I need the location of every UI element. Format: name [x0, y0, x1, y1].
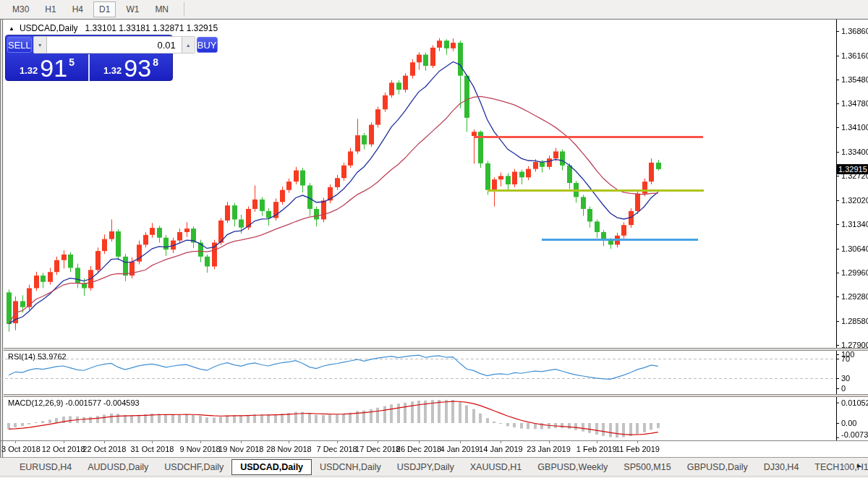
symbol-tab-bar: EURUSD,H4AUDUSD,DailyUSDCHF,DailyUSDCAD,…: [0, 457, 868, 476]
timeframe-h4[interactable]: H4: [67, 1, 89, 17]
toolbar-separator: [184, 2, 184, 17]
current-price-tag: 1.32915: [837, 164, 868, 174]
rsi-indicator-label: RSI(14) 53.9762: [8, 352, 67, 361]
timeframe-m30[interactable]: M30: [7, 1, 35, 17]
timeframe-d1[interactable]: D1: [93, 1, 116, 17]
tab-gbpusd-daily[interactable]: GBPUSD,Daily: [679, 459, 756, 475]
tab-usdcnh-daily[interactable]: USDCNH,Daily: [312, 459, 389, 475]
tab-scroll-buttons: ◄ ►: [841, 461, 862, 471]
tab-sp500-m15[interactable]: SP500,M15: [616, 459, 678, 475]
one-click-trade-panel: SELL ▼ ▲ BUY 1.32 91 5 1.32 93 8: [5, 35, 173, 81]
tab-usdcad-daily[interactable]: USDCAD,Daily: [231, 459, 312, 475]
bid-pipette: 5: [69, 56, 75, 68]
tab-xauusd-h1[interactable]: XAUUSD,H1: [462, 459, 530, 475]
tab-dj30-h4[interactable]: DJ30,H4: [756, 459, 807, 475]
tab-eurusd-h4[interactable]: EURUSD,H4: [12, 459, 80, 475]
rsi-panel-canvas[interactable]: [0, 351, 868, 394]
bid-prefix: 1.32: [20, 64, 38, 78]
macd-indicator-label: MACD(12,26,9) -0.001577 -0.004593: [8, 398, 140, 407]
lot-size-input[interactable]: [46, 37, 182, 53]
tab-audusd-daily[interactable]: AUDUSD,Daily: [80, 459, 156, 475]
sell-quote-button[interactable]: 1.32 91 5: [6, 54, 88, 81]
lot-size-control: ▼ ▲: [33, 36, 195, 54]
bid-big-digits: 91: [40, 58, 67, 78]
timeframe-w1[interactable]: W1: [120, 1, 145, 17]
tab-scroll-right-icon[interactable]: ►: [856, 461, 862, 471]
tab-usdjpy-daily[interactable]: USDJPY,Daily: [389, 459, 462, 475]
symbol-period-label: USDCAD,Daily: [20, 23, 78, 33]
collapse-panel-icon[interactable]: ▲: [9, 25, 14, 32]
date-axis-canvas[interactable]: [0, 440, 868, 457]
tab-scroll-left-icon[interactable]: ◄: [841, 461, 847, 471]
timeframe-mn[interactable]: MN: [149, 1, 174, 17]
sell-button[interactable]: SELL: [7, 37, 32, 53]
lot-increase-icon[interactable]: ▲: [182, 37, 195, 53]
timeframe-h1[interactable]: H1: [39, 1, 61, 17]
buy-button[interactable]: BUY: [197, 37, 218, 53]
buy-quote-button[interactable]: 1.32 93 8: [90, 54, 172, 81]
tab-usdchf-daily[interactable]: USDCHF,Daily: [156, 459, 231, 475]
ohlc-values: 1.33101 1.33181 1.32871 1.32915: [85, 23, 218, 33]
ask-prefix: 1.32: [103, 64, 122, 78]
lot-decrease-icon[interactable]: ▼: [34, 37, 46, 53]
timeframe-toolbar: M30H1H4D1W1MN: [0, 0, 868, 19]
ask-big-digits: 93: [124, 58, 151, 78]
chart-title: ▲ USDCAD,Daily 1.33101 1.33181 1.32871 1…: [9, 23, 218, 33]
ask-pipette: 8: [153, 56, 158, 68]
tab-gbpusd-weekly[interactable]: GBPUSD,Weekly: [529, 459, 616, 475]
